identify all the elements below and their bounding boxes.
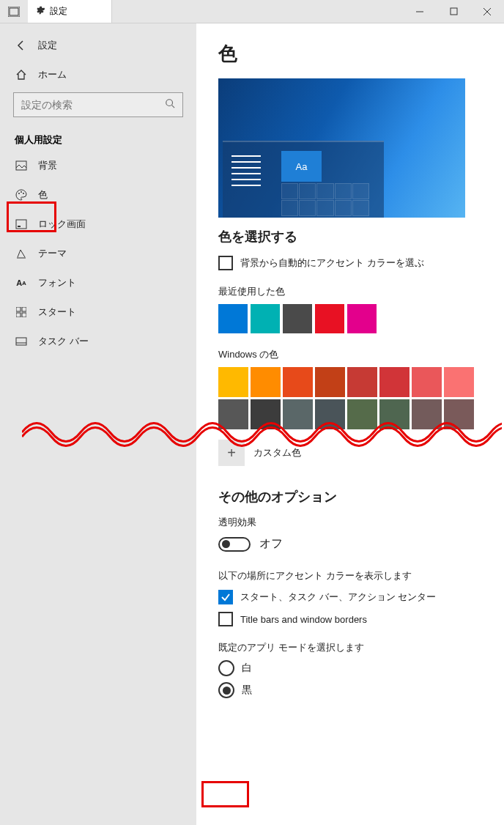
sidebar-home[interactable]: ホーム bbox=[0, 60, 196, 89]
color-swatch[interactable] bbox=[251, 399, 281, 429]
color-swatch[interactable] bbox=[283, 399, 313, 429]
color-swatch[interactable] bbox=[218, 399, 248, 429]
titlebar-left: 設定 bbox=[0, 0, 112, 23]
transparency-label: 透明効果 bbox=[218, 516, 482, 529]
color-swatch[interactable] bbox=[251, 367, 281, 397]
mode-black-row[interactable]: 黒 bbox=[218, 682, 482, 698]
search-box[interactable] bbox=[13, 92, 183, 117]
color-swatch[interactable] bbox=[412, 399, 442, 429]
transparency-toggle[interactable] bbox=[218, 537, 251, 552]
color-swatch[interactable] bbox=[251, 304, 280, 333]
recent-colors bbox=[218, 304, 482, 333]
svg-point-10 bbox=[21, 191, 22, 193]
checkbox-auto-accent[interactable] bbox=[218, 256, 233, 270]
windows-colors-label: Windows の色 bbox=[218, 348, 482, 361]
radio-black[interactable] bbox=[218, 682, 234, 698]
other-options-heading: その他のオプション bbox=[218, 488, 482, 506]
svg-point-6 bbox=[166, 100, 173, 106]
search-input[interactable] bbox=[21, 99, 165, 111]
section-title: 個人用設定 bbox=[0, 126, 196, 151]
svg-rect-8 bbox=[16, 161, 26, 170]
custom-color-row[interactable]: + カスタム色 bbox=[218, 440, 482, 466]
home-icon bbox=[15, 69, 28, 81]
sidebar-item-label: 背景 bbox=[38, 159, 57, 172]
font-icon: AA bbox=[15, 278, 28, 287]
svg-rect-18 bbox=[22, 313, 26, 317]
svg-rect-15 bbox=[16, 307, 21, 311]
settings-tab[interactable]: 設定 bbox=[28, 0, 112, 23]
color-swatch[interactable] bbox=[315, 399, 345, 429]
sidebar-item-fonts[interactable]: AA フォント bbox=[0, 268, 196, 297]
gear-icon bbox=[35, 5, 45, 18]
sidebar-item-start[interactable]: スタート bbox=[0, 297, 196, 327]
back-icon[interactable] bbox=[15, 40, 28, 51]
page-title: 色 bbox=[218, 41, 482, 67]
svg-rect-17 bbox=[16, 313, 21, 317]
color-swatch[interactable] bbox=[379, 367, 410, 397]
svg-rect-12 bbox=[16, 220, 26, 229]
default-mode-label: 既定のアプリ モードを選択します bbox=[218, 641, 482, 654]
breadcrumb[interactable]: 設定 bbox=[0, 31, 196, 60]
transparency-value: オフ bbox=[259, 536, 283, 552]
accent-start-row[interactable]: スタート、タスク バー、アクション センター bbox=[218, 590, 482, 604]
accent-start-label: スタート、タスク バー、アクション センター bbox=[240, 591, 436, 604]
sidebar-item-background[interactable]: 背景 bbox=[0, 151, 196, 180]
window-controls bbox=[403, 0, 504, 23]
mode-white-row[interactable]: 白 bbox=[218, 660, 482, 676]
main-content: 色 Aa 色を選択する 背景から自動的にアクセント カラーを選ぶ 最近使用した色… bbox=[196, 23, 504, 825]
svg-rect-3 bbox=[451, 8, 457, 15]
transparency-toggle-row[interactable]: オフ bbox=[218, 536, 482, 552]
color-swatch[interactable] bbox=[283, 304, 312, 333]
color-swatch[interactable] bbox=[379, 399, 410, 429]
svg-rect-19 bbox=[16, 338, 26, 345]
custom-color-label: カスタム色 bbox=[253, 446, 301, 459]
search-icon bbox=[165, 98, 175, 111]
color-swatch[interactable] bbox=[218, 304, 248, 333]
mode-black-label: 黒 bbox=[242, 684, 252, 697]
color-swatch[interactable] bbox=[347, 367, 377, 397]
breadcrumb-label: 設定 bbox=[38, 39, 57, 52]
color-swatch[interactable] bbox=[444, 399, 474, 429]
color-swatch[interactable] bbox=[347, 399, 377, 429]
color-swatch[interactable] bbox=[218, 367, 248, 397]
color-swatch[interactable] bbox=[315, 367, 345, 397]
plus-icon[interactable]: + bbox=[218, 440, 245, 466]
sidebar-item-taskbar[interactable]: タスク バー bbox=[0, 327, 196, 356]
auto-accent-row[interactable]: 背景から自動的にアクセント カラーを選ぶ bbox=[218, 256, 482, 270]
tab-title: 設定 bbox=[50, 5, 67, 18]
taskbar-icon bbox=[15, 337, 28, 346]
titlebar: 設定 bbox=[0, 0, 504, 23]
sidebar-item-lockscreen[interactable]: ロック画面 bbox=[0, 210, 196, 239]
color-swatch[interactable] bbox=[347, 304, 377, 333]
close-button[interactable] bbox=[470, 0, 504, 23]
choose-color-heading: 色を選択する bbox=[218, 228, 482, 245]
svg-rect-13 bbox=[18, 226, 21, 227]
taskview-icon[interactable] bbox=[0, 0, 28, 23]
picture-icon bbox=[15, 160, 28, 171]
radio-white[interactable] bbox=[218, 660, 234, 676]
accent-titlebar-label: Title bars and window borders bbox=[240, 614, 367, 625]
svg-rect-16 bbox=[22, 307, 26, 311]
color-swatch[interactable] bbox=[444, 367, 474, 397]
lockscreen-icon bbox=[15, 219, 28, 229]
color-preview: Aa bbox=[218, 78, 465, 218]
svg-rect-1 bbox=[10, 8, 18, 15]
start-icon bbox=[15, 307, 28, 317]
svg-point-9 bbox=[18, 193, 20, 194]
accent-titlebar-row[interactable]: Title bars and window borders bbox=[218, 612, 482, 626]
maximize-button[interactable] bbox=[437, 0, 470, 23]
sidebar: 設定 ホーム 個人用設定 背景 色 ロック画面 テーマ AA フォン bbox=[0, 23, 196, 825]
checkbox-accent-start[interactable] bbox=[218, 590, 233, 604]
color-swatch[interactable] bbox=[283, 367, 313, 397]
sidebar-item-themes[interactable]: テーマ bbox=[0, 239, 196, 268]
color-swatch[interactable] bbox=[315, 304, 344, 333]
windows-colors bbox=[218, 367, 482, 429]
color-swatch[interactable] bbox=[412, 367, 442, 397]
minimize-button[interactable] bbox=[403, 0, 437, 23]
checkbox-accent-titlebar[interactable] bbox=[218, 612, 233, 626]
sidebar-item-label: 色 bbox=[38, 188, 48, 201]
svg-point-11 bbox=[23, 193, 24, 194]
theme-icon bbox=[15, 248, 28, 259]
accent-on-label: 以下の場所にアクセント カラーを表示します bbox=[218, 569, 482, 582]
sidebar-item-colors[interactable]: 色 bbox=[0, 180, 196, 210]
